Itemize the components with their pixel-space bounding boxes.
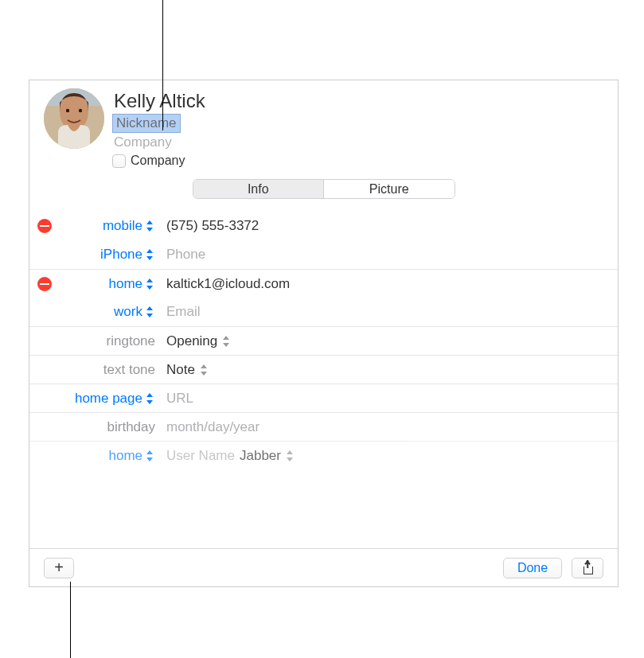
callout-line-top [162, 0, 163, 130]
stepper-icon[interactable] [146, 392, 155, 405]
im-label[interactable]: home [108, 448, 142, 464]
stepper-icon[interactable] [146, 306, 155, 318]
phone-row-iphone: iPhone Phone [29, 240, 618, 269]
im-service-value[interactable]: Jabber [240, 448, 281, 464]
fields-list: mobile (575) 555-3372 iPhone Phone home … [29, 207, 618, 548]
share-icon [582, 562, 593, 574]
email-row-work: work Email [29, 298, 618, 326]
svg-point-3 [79, 109, 82, 112]
email-value-home[interactable]: kaltick1@icloud.com [155, 276, 618, 292]
im-value[interactable]: User Name Jabber [155, 448, 618, 464]
footer-toolbar: + Done [29, 548, 618, 586]
homepage-placeholder[interactable]: URL [155, 391, 618, 407]
email-placeholder-work[interactable]: Email [155, 304, 618, 320]
add-field-button[interactable]: + [44, 558, 74, 578]
phone-label-iphone[interactable]: iPhone [100, 247, 142, 263]
stepper-icon[interactable] [146, 220, 155, 232]
stepper-icon[interactable] [146, 450, 155, 462]
remove-button[interactable] [37, 277, 52, 291]
stepper-icon[interactable] [222, 335, 232, 348]
im-user-placeholder[interactable]: User Name [166, 448, 235, 464]
plus-icon: + [54, 559, 64, 577]
homepage-label[interactable]: home page [75, 391, 142, 407]
ringtone-label: ringtone [107, 333, 155, 349]
birthday-label: birthday [107, 419, 155, 435]
svg-point-2 [66, 109, 69, 112]
birthday-placeholder[interactable]: month/day/year [155, 419, 618, 435]
contact-header: Kelly Altick Nickname Company Company [29, 80, 618, 168]
stepper-icon[interactable] [286, 450, 295, 462]
birthday-row: birthday month/day/year [29, 412, 618, 441]
phone-value-mobile[interactable]: (575) 555-3372 [155, 218, 618, 234]
im-row: home User Name Jabber [29, 441, 618, 469]
texttone-label: text tone [103, 362, 155, 378]
share-button[interactable] [572, 558, 603, 578]
info-picture-segmented[interactable]: Info Picture [193, 179, 455, 199]
company-checkbox[interactable] [112, 154, 126, 168]
callout-line-bottom [70, 582, 71, 658]
email-label-work[interactable]: work [114, 304, 142, 320]
contact-edit-window: Kelly Altick Nickname Company Company In… [29, 80, 619, 587]
texttone-value-text: Note [166, 362, 195, 378]
texttone-row: text tone Note [29, 355, 618, 384]
phone-placeholder-iphone[interactable]: Phone [155, 247, 618, 263]
ringtone-value-text: Opening [166, 333, 217, 349]
stepper-icon[interactable] [146, 278, 155, 290]
phone-label-mobile[interactable]: mobile [103, 218, 142, 234]
done-button[interactable]: Done [503, 558, 562, 578]
stepper-icon[interactable] [200, 364, 209, 376]
tab-picture[interactable]: Picture [324, 180, 455, 198]
header-fields: Kelly Altick Nickname Company Company [112, 88, 603, 168]
tab-info[interactable]: Info [193, 180, 325, 198]
phone-row-mobile: mobile (575) 555-3372 [29, 212, 618, 240]
email-label-home[interactable]: home [108, 276, 142, 292]
company-checkbox-label: Company [131, 154, 185, 168]
company-checkbox-row: Company [112, 150, 603, 168]
avatar[interactable] [44, 88, 104, 149]
contact-name-field[interactable]: Kelly Altick [112, 90, 603, 112]
homepage-row: home page URL [29, 384, 618, 412]
remove-button[interactable] [37, 219, 52, 233]
ringtone-value[interactable]: Opening [155, 333, 618, 349]
stepper-icon[interactable] [146, 248, 155, 261]
email-row-home: home kaltick1@icloud.com [29, 269, 618, 298]
texttone-value[interactable]: Note [155, 362, 618, 378]
ringtone-row: ringtone Opening [29, 326, 618, 355]
company-field[interactable]: Company [112, 133, 603, 150]
nickname-field[interactable]: Nickname [112, 114, 181, 133]
avatar-image [44, 88, 104, 149]
